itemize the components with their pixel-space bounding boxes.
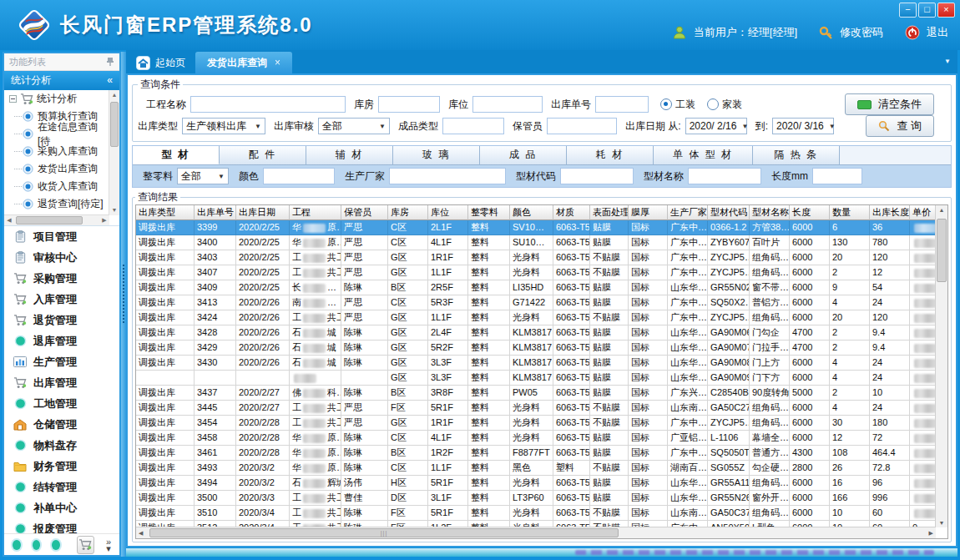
table-row[interactable]: 调拨出库34242020/2/26工共工程严思G区1L1F整料光身料6063-T… bbox=[136, 310, 936, 325]
search-button[interactable]: 查 询 bbox=[866, 115, 934, 137]
table-row[interactable]: 调拨出库34452020/2/27工共工程严思F区5R1F整料光身料6063-T… bbox=[136, 401, 936, 416]
project-name-input[interactable] bbox=[190, 96, 346, 113]
scroll-right-icon[interactable]: ▶ bbox=[929, 530, 933, 537]
sidebar-group-入库管理[interactable]: 入库管理 bbox=[4, 289, 119, 310]
column-header-数量[interactable]: 数量 bbox=[830, 205, 870, 220]
table-row[interactable]: 调拨出库34542020/2/28工共工程严思G区1R1F整料光身料6063-T… bbox=[136, 416, 936, 431]
order-no-input[interactable] bbox=[595, 96, 649, 113]
tree-hscroll-thumb[interactable] bbox=[16, 216, 83, 225]
column-header-库位[interactable]: 库位 bbox=[428, 205, 468, 220]
material-tab-单体型材[interactable]: 单 体 型 材 bbox=[654, 146, 753, 164]
column-header-单价[interactable]: 单价 bbox=[910, 205, 936, 220]
material-tab-耗材[interactable]: 耗 材 bbox=[567, 146, 654, 164]
profile-code-input[interactable] bbox=[560, 168, 634, 184]
table-row[interactable]: 调拨出库34942020/3/2石辉城汤伟H区5R1F整料光身料6063-T5贴… bbox=[136, 476, 936, 491]
sidebar-group-项目管理[interactable]: 项目管理 bbox=[4, 226, 119, 247]
part-type-select[interactable]: 全部▼ bbox=[177, 168, 229, 184]
radio-gongzhuang[interactable]: 工装 bbox=[660, 98, 695, 112]
clear-conditions-button[interactable]: 清空条件 bbox=[845, 93, 934, 115]
sidebar-group-退货管理[interactable]: 退货管理 bbox=[4, 310, 119, 330]
table-vscroll-thumb[interactable] bbox=[937, 219, 947, 282]
material-tab-成品[interactable]: 成 品 bbox=[480, 146, 567, 164]
tree-item-收货入库查询[interactable]: 收货入库查询 bbox=[4, 178, 109, 195]
column-header-保管员[interactable]: 保管员 bbox=[341, 205, 388, 220]
sidebar-group-生产管理[interactable]: 生产管理 bbox=[4, 351, 119, 372]
material-tab-配件[interactable]: 配 件 bbox=[220, 146, 306, 164]
color-input[interactable] bbox=[263, 168, 335, 184]
column-header-表面处理[interactable]: 表面处理 bbox=[590, 205, 629, 220]
collapse-icon[interactable]: « bbox=[107, 71, 113, 90]
column-header-生产厂家[interactable]: 生产厂家 bbox=[668, 205, 708, 220]
sidebar-group-仓储管理[interactable]: 仓储管理 bbox=[4, 414, 119, 435]
material-tab-玻璃[interactable]: 玻 璃 bbox=[393, 146, 480, 164]
sidebar-group-审核中心[interactable]: 审核中心 bbox=[4, 247, 119, 268]
column-header-材质[interactable]: 材质 bbox=[553, 205, 590, 220]
table-row[interactable]: 调拨出库34292020/2/26石城陈琳G区5R2F整料KLM38176063… bbox=[136, 341, 936, 356]
change-password-link[interactable]: 修改密码 bbox=[840, 25, 883, 40]
column-header-长度[interactable]: 长度 bbox=[790, 205, 830, 220]
sidebar-group-结转管理[interactable]: 结转管理 bbox=[4, 477, 119, 497]
table-row[interactable]: 调拨出库34282020/2/26石城陈琳G区2L4F整料KLM38176063… bbox=[136, 325, 936, 341]
maximize-button[interactable]: □ bbox=[918, 3, 936, 18]
column-header-出库类型[interactable]: 出库类型 bbox=[136, 205, 195, 220]
factory-input[interactable] bbox=[389, 168, 506, 184]
sidebar-group-采购管理[interactable]: 采购管理 bbox=[4, 268, 119, 289]
warehouse-input[interactable] bbox=[378, 96, 440, 113]
scroll-down-icon[interactable]: ▼ bbox=[109, 205, 119, 215]
sidebar-group-补单中心[interactable]: 补单中心 bbox=[4, 497, 119, 518]
table-row[interactable]: 调拨出库34092020/2/25长…陈琳B区2R5F整料LI35HD6063-… bbox=[136, 280, 936, 295]
table-row[interactable]: 调拨出库34372020/2/27佛科…陈琳B区3R8F整料PW056063-T… bbox=[136, 386, 936, 401]
profile-name-input[interactable] bbox=[688, 168, 761, 184]
column-header-膜厚[interactable]: 膜厚 bbox=[629, 205, 668, 220]
column-header-出库长度[interactable]: 出库长度 bbox=[870, 205, 910, 220]
column-header-工程[interactable]: 工程 bbox=[290, 205, 341, 220]
tree-vertical-scrollbar[interactable]: ▲ ▼ bbox=[109, 90, 119, 215]
logout-button[interactable]: 退出 bbox=[927, 25, 948, 40]
table-horizontal-scrollbar[interactable]: ◀ ||| ▶ bbox=[136, 527, 936, 538]
table-row[interactable]: 调拨出库34612020/2/28华原…陈琳B区1R2F整料F8877FT606… bbox=[136, 446, 936, 461]
product-type-input[interactable] bbox=[442, 118, 504, 134]
date-from-picker[interactable]: 2020/ 2/16▼ bbox=[685, 118, 747, 134]
section-header-stats[interactable]: 统计分析 « bbox=[4, 71, 119, 90]
column-header-型材代码[interactable]: 型材代码 bbox=[708, 205, 750, 220]
table-row[interactable]: 调拨出库34132020/2/26南…严思C区5R3F整料G714226063-… bbox=[136, 295, 936, 310]
table-row[interactable]: 调拨出库35102020/3/4工共工程陈琳F区5R1F整料光身料6063-T5… bbox=[136, 506, 936, 521]
tab-shipping-outbound-query[interactable]: 发货出库查询 × bbox=[195, 52, 292, 73]
close-button[interactable]: × bbox=[937, 3, 955, 18]
tree-item-发货出库查询[interactable]: 发货出库查询 bbox=[4, 160, 109, 178]
table-row[interactable]: 调拨出库34032020/2/25工共工程严思G区1R1F整料光身料6063-T… bbox=[136, 250, 936, 265]
scroll-left-icon[interactable]: ◀ bbox=[4, 215, 14, 225]
column-header-整零料[interactable]: 整零料 bbox=[468, 205, 510, 220]
column-header-颜色[interactable]: 颜色 bbox=[510, 205, 553, 220]
table-row[interactable]: 调拨出库34002020/2/25华原…严思C区4L1F整料SU10…6063-… bbox=[136, 235, 936, 250]
scroll-up-icon[interactable]: ▲ bbox=[936, 207, 947, 213]
table-row[interactable]: 调拨出库34302020/2/26石城陈琳G区3L3F整料KLM38176063… bbox=[136, 356, 936, 371]
tray-dot-icon[interactable] bbox=[13, 540, 21, 550]
table-row[interactable]: 调拨出库35002020/3/3工共工程曹佳D区3L1F整料LT3P606063… bbox=[136, 491, 936, 506]
date-to-picker[interactable]: 2020/ 3/16▼ bbox=[772, 118, 834, 134]
radio-jiazhuang[interactable]: 家装 bbox=[707, 98, 742, 112]
tab-list-caret-icon[interactable]: ▼ bbox=[944, 58, 951, 65]
sidebar-group-退库管理[interactable]: 退库管理 bbox=[4, 330, 119, 351]
tray-dot-icon[interactable] bbox=[52, 540, 60, 550]
outbound-type-select[interactable]: 生产领料出库▼ bbox=[182, 118, 265, 134]
table-row[interactable]: 调拨出库33992020/2/25华原…严思C区2L1F整料SV10…6063-… bbox=[136, 220, 936, 235]
tree-item-退货查询[待定][interactable]: 退货查询[待定] bbox=[4, 195, 109, 213]
tab-home[interactable]: 起始页 bbox=[126, 52, 195, 73]
location-input[interactable] bbox=[472, 96, 543, 113]
table-row[interactable]: 调拨出库34072020/2/25工共工程严思G区1L1F整料光身料6063-T… bbox=[136, 265, 936, 280]
scroll-right-icon[interactable]: ▶ bbox=[99, 215, 109, 225]
sidebar-group-工地管理[interactable]: 工地管理 bbox=[4, 393, 119, 414]
material-tab-隔热条[interactable]: 隔 热 条 bbox=[753, 146, 840, 164]
scroll-down-icon[interactable]: ▼ bbox=[936, 520, 947, 526]
material-tab-辅材[interactable]: 辅 材 bbox=[306, 146, 393, 164]
scroll-left-icon[interactable]: ◀ bbox=[139, 530, 143, 537]
tree-item-采购入库查询[interactable]: 采购入库查询 bbox=[4, 143, 109, 160]
table-row[interactable]: 调拨出库34582020/2/28华原…陈琳C区4L1F整料光身料6063-T5… bbox=[136, 431, 936, 446]
tree-root-stats[interactable]: 统计分析 bbox=[4, 90, 109, 108]
tree-item-在途信息查询[待[interactable]: 在途信息查询[待 bbox=[4, 125, 109, 143]
tray-cart-button[interactable] bbox=[77, 536, 94, 554]
table-row[interactable]: G区3L3F整料KLM38176063-T5贴膜国标山东华…GA90M09…门下… bbox=[136, 371, 936, 386]
pin-icon[interactable] bbox=[106, 57, 114, 67]
table-hscroll-thumb[interactable]: ||| bbox=[149, 528, 619, 537]
